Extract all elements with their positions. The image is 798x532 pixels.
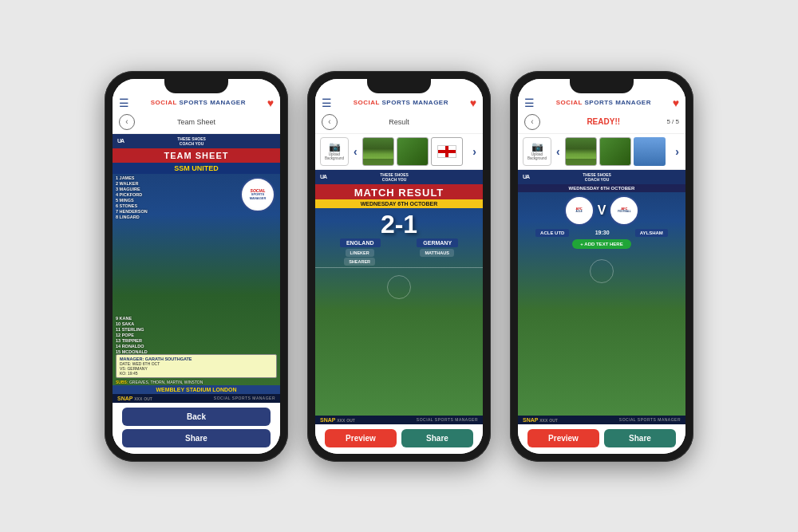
heart-icon[interactable]: ♥ <box>267 97 274 109</box>
fix-match-row: ACLE UTD 19:30 AYLSHAM <box>518 229 685 237</box>
ts-info-box: MANAGER: GARATH SOUTHGATE DATE: WED 6TH … <box>116 354 277 378</box>
preview-button-3[interactable]: Preview <box>527 429 599 447</box>
ua-logo-3: UA <box>523 174 529 179</box>
thumb-3-2[interactable] <box>431 137 463 166</box>
player-13: 13 TRIPPIER <box>116 338 277 343</box>
back-button-1[interactable]: Back <box>122 408 271 426</box>
player-5: 5 MINGS <box>116 198 239 203</box>
phone-1-notch <box>164 79 228 93</box>
mr-scorer-col-2: MATTHAUS <box>420 249 453 266</box>
mr-title: MATCH RESULT <box>315 187 483 198</box>
thumb-row-3 <box>565 137 671 166</box>
fix-team2-label: AYLSHAM <box>635 229 668 237</box>
phone-1-btns: Back Share <box>113 403 280 454</box>
fix-badge-1-text: AFC ACLE <box>576 207 583 214</box>
share-button-1[interactable]: Share <box>122 429 271 447</box>
phone-1-content: UA THESE SHOES COACH YOU TEAM SHEET SSM … <box>113 134 280 403</box>
app-logo-3: SOCIAL SPORTS MANAGER <box>556 99 651 106</box>
fix-add-text[interactable]: + ADD TEXT HERE <box>572 239 630 249</box>
chevron-right-2[interactable]: › <box>471 145 478 158</box>
ts-badge: Social Sports Manager <box>240 177 275 212</box>
thumb-row-2 <box>362 137 468 166</box>
chevron-left-2[interactable]: ‹ <box>352 145 359 158</box>
thumb-1-2[interactable] <box>362 137 394 166</box>
phone-3-img-selector: 📷 UploadBackground ‹ › <box>518 134 685 170</box>
preview-button-2[interactable]: Preview <box>325 429 397 447</box>
phone-1: ☰ SOCIAL SPORTS MANAGER ♥ ‹ Team Sheet <box>105 71 288 462</box>
sponsor-text: THESE SHOES COACH YOU <box>177 136 206 146</box>
heart-icon-2[interactable]: ♥ <box>470 97 476 109</box>
camera-icon-2: 📷 <box>329 141 341 152</box>
snap-logo-2: SNAP XXX OUT <box>320 417 355 423</box>
phone-3: ☰ SOCIAL SPORTS MANAGER ♥ ‹ READY!! 5 / … <box>510 71 693 462</box>
ts-sponsor-bar: UA THESE SHOES COACH YOU <box>113 134 280 148</box>
scorer-1-1: LINEKER <box>350 250 369 255</box>
phone-2: ☰ SOCIAL SPORTS MANAGER ♥ ‹ Result 📷 Upl… <box>307 71 491 462</box>
thumb-2-3[interactable] <box>599 137 631 166</box>
phone-3-content: UA THESE SHOES COACH YOU WEDNESDAY 6TH O… <box>518 170 685 424</box>
back-btn-3[interactable]: ‹ <box>524 114 540 130</box>
player-10: 10 SAKA <box>116 321 277 326</box>
nav-page-3: 5 / 5 <box>666 118 679 125</box>
chevron-right-3[interactable]: › <box>674 145 681 158</box>
ssm-tag-2: SOCIAL SPORTS MANAGER <box>417 417 478 422</box>
ts-title: TEAM SHEET <box>113 148 280 163</box>
player-1: 1 JAMES <box>116 175 239 180</box>
mr-teams-row: ENGLAND GERMANY <box>315 238 483 247</box>
fix-badge-2: AFC FOOTBALL <box>609 195 639 226</box>
match-result-bg: UA THESE SHOES COACH YOU MATCH RESULT WE… <box>315 170 483 424</box>
phone-1-nav-bar: ‹ Team Sheet <box>113 112 280 134</box>
scorer-bg-1: LINEKER <box>346 249 374 257</box>
fixture-bg: UA THESE SHOES COACH YOU WEDNESDAY 6TH O… <box>518 170 685 424</box>
fix-badges-row: AFC ACLE V AFC FOOTBALL <box>518 192 685 229</box>
fix-badge-2-text: AFC FOOTBALL <box>618 207 630 214</box>
share-button-3[interactable]: Share <box>604 429 676 447</box>
phone-3-notch <box>570 79 634 93</box>
phone-2-btns: Preview Share <box>315 424 483 454</box>
phone-2-content: UA THESE SHOES COACH YOU MATCH RESULT WE… <box>315 170 483 424</box>
phone-1-nav-title: Team Sheet <box>135 118 258 126</box>
menu-icon-2[interactable]: ☰ <box>322 97 332 108</box>
chevron-left-3[interactable]: ‹ <box>555 145 562 158</box>
phone-3-inner: ☰ SOCIAL SPORTS MANAGER ♥ ‹ READY!! 5 / … <box>518 79 685 454</box>
mr-snap-bar: SNAP XXX OUT SOCIAL SPORTS MANAGER <box>315 416 483 424</box>
ts-players-area: 1 JAMES 2 WALKER 3 MAGUIRE 4 PICKFORD 5 … <box>113 174 280 316</box>
fix-date-bar: WEDNESDAY 6TH OCTOBER <box>518 184 685 192</box>
ts-venue: WEMBLEY STADIUM LONDON <box>113 385 280 394</box>
fix-time: 19:30 <box>595 230 610 235</box>
england-flag <box>437 145 456 158</box>
mr-team2: GERMANY <box>417 238 458 247</box>
player-12: 12 POPE <box>116 333 277 337</box>
heart-icon-3[interactable]: ♥ <box>673 97 679 109</box>
player-4: 4 PICKFORD <box>116 192 239 197</box>
phone-3-nav-bar: ‹ READY!! 5 / 5 <box>518 112 685 134</box>
mr-date-bar: WEDNESDAY 6TH OCTOBER <box>315 199 483 208</box>
mr-score: 2-1 <box>381 211 417 237</box>
mr-team1: ENGLAND <box>340 238 381 247</box>
ua-logo: UA <box>117 138 124 144</box>
back-btn-1[interactable]: ‹ <box>119 114 135 130</box>
btn-row-3: Preview Share <box>527 429 676 447</box>
phone-3-nav-title: READY!! <box>540 117 666 126</box>
upload-btn-3[interactable]: 📷 UploadBackground <box>523 137 551 166</box>
player-7: 7 HENDERSON <box>116 209 239 214</box>
mr-scorers: LINEKER SHEARER MATTHAUS <box>315 247 483 267</box>
thumb-2-2[interactable] <box>397 137 429 166</box>
phone-2-nav-title: Result <box>338 118 460 126</box>
team-sheet-bg: UA THESE SHOES COACH YOU TEAM SHEET SSM … <box>113 134 280 403</box>
fix-sponsor-bar: UA THESE SHOES COACH YOU <box>518 170 685 184</box>
scorer-bg-3: MATTHAUS <box>420 249 453 257</box>
back-btn-2[interactable]: ‹ <box>322 114 338 130</box>
mr-sponsor-bar: UA THESE SHOES COACH YOU <box>315 170 483 184</box>
player-9: 9 KANE <box>116 316 277 321</box>
menu-icon[interactable]: ☰ <box>119 97 129 108</box>
menu-icon-3[interactable]: ☰ <box>524 97 535 108</box>
thumb-3-3[interactable] <box>634 137 666 166</box>
scene: ☰ SOCIAL SPORTS MANAGER ♥ ‹ Team Sheet <box>0 0 798 532</box>
thumb-1-3[interactable] <box>565 137 597 166</box>
share-button-2[interactable]: Share <box>401 429 473 447</box>
ts-snap-bar: SNAP XXX OUT SOCIAL SPORTS MANAGER <box>113 394 280 403</box>
player-15: 15 MCDONALD <box>116 349 277 354</box>
fix-v: V <box>598 203 606 218</box>
upload-btn-2[interactable]: 📷 UploadBackground <box>320 137 349 166</box>
